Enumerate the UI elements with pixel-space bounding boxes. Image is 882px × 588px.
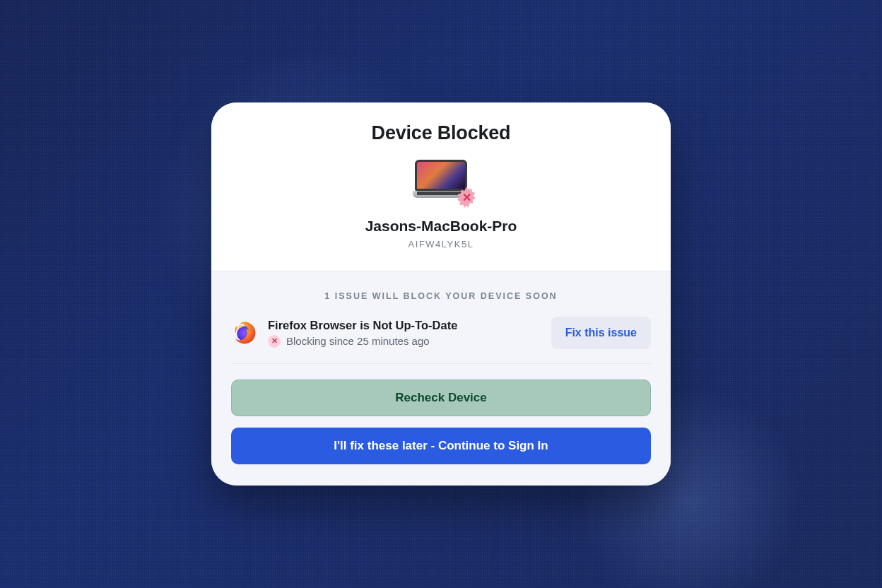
continue-sign-in-button[interactable]: I'll fix these later - Continue to Sign … — [231, 428, 651, 464]
issue-status-text: Blocking since 25 minutes ago — [286, 335, 430, 347]
device-id: AIFW4LYK5L — [240, 239, 642, 249]
issue-row: Firefox Browser is Not Up-To-Date ✕ Bloc… — [231, 317, 651, 364]
card-header: Device Blocked ✕ Jasons-MacBook-Pro AIFW… — [211, 102, 671, 271]
fix-issue-button[interactable]: Fix this issue — [551, 317, 651, 349]
issues-heading: 1 ISSUE WILL BLOCK YOUR DEVICE SOON — [231, 291, 651, 301]
issues-panel: 1 ISSUE WILL BLOCK YOUR DEVICE SOON — [211, 271, 671, 486]
firefox-icon — [231, 319, 258, 346]
device-illustration: ✕ — [409, 160, 473, 202]
blocked-badge-icon: ✕ — [456, 187, 477, 208]
x-icon: ✕ — [456, 187, 477, 208]
recheck-device-button[interactable]: Recheck Device — [231, 380, 651, 416]
issue-status: ✕ Blocking since 25 minutes ago — [268, 335, 541, 348]
issue-title: Firefox Browser is Not Up-To-Date — [268, 319, 541, 332]
page-title: Device Blocked — [240, 122, 642, 144]
device-name: Jasons-MacBook-Pro — [240, 218, 642, 235]
device-blocked-card: Device Blocked ✕ Jasons-MacBook-Pro AIFW… — [211, 102, 671, 486]
issue-text: Firefox Browser is Not Up-To-Date ✕ Bloc… — [268, 319, 541, 348]
error-icon: ✕ — [268, 335, 281, 348]
